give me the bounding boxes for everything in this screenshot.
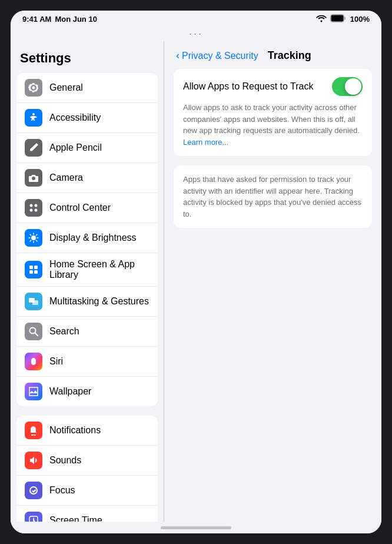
sidebar-item-label: Control Center — [49, 203, 111, 213]
sidebar-item-label: Wallpaper — [49, 386, 91, 397]
allow-tracking-card: Allow Apps to Request to Track Allow app… — [174, 69, 372, 156]
svg-rect-10 — [29, 270, 33, 274]
svg-rect-9 — [34, 266, 38, 269]
svg-point-3 — [30, 204, 33, 207]
svg-rect-8 — [29, 266, 33, 269]
camera-icon — [25, 169, 42, 187]
sidebar-item-general[interactable]: General — [16, 73, 158, 103]
status-left: 9:41 AM Mon Jun 10 — [22, 15, 97, 24]
screen-time-icon — [25, 512, 42, 522]
top-dots: ··· — [11, 26, 381, 41]
svg-rect-1 — [331, 15, 343, 22]
svg-point-2 — [32, 113, 35, 115]
sidebar-item-display-brightness[interactable]: Display & Brightness — [16, 223, 158, 253]
back-label: Privacy & Security — [182, 51, 258, 61]
time-display: 9:41 AM — [22, 15, 51, 24]
sidebar-item-multitasking[interactable]: Multitasking & Gestures — [16, 287, 158, 317]
sidebar-item-label: Apple Pencil — [49, 142, 102, 153]
toggle-knob — [345, 78, 361, 95]
notifications-icon — [25, 422, 42, 439]
toggle-row: Allow Apps to Request to Track — [183, 77, 363, 96]
device-frame: 9:41 AM Mon Jun 10 — [0, 0, 392, 544]
sidebar-item-label: Screen Time — [49, 515, 102, 522]
multitasking-icon — [25, 293, 42, 310]
sidebar-item-label: Camera — [49, 173, 83, 183]
sidebar: Settings General — [11, 41, 164, 522]
wallpaper-icon — [25, 383, 42, 400]
svg-line-15 — [35, 333, 38, 336]
control-center-icon — [25, 199, 42, 217]
sidebar-item-label: Search — [49, 326, 79, 337]
battery-percent: 100% — [350, 15, 370, 24]
svg-rect-11 — [34, 270, 38, 274]
sidebar-item-wallpaper[interactable]: Wallpaper — [16, 377, 158, 406]
sidebar-item-search[interactable]: Search — [16, 317, 158, 347]
tracking-description: Allow apps to ask to track your activity… — [183, 102, 363, 148]
sidebar-item-label: General — [49, 82, 83, 93]
sidebar-item-siri[interactable]: Siri — [16, 347, 158, 377]
panel-header: ‹ Privacy & Security Tracking — [164, 41, 381, 69]
svg-rect-13 — [32, 300, 38, 305]
sidebar-item-sounds[interactable]: Sounds — [16, 446, 158, 476]
home-bar — [161, 526, 231, 529]
svg-point-7 — [31, 235, 36, 240]
sidebar-group-2: Notifications Sounds — [16, 416, 158, 522]
svg-point-6 — [35, 209, 38, 212]
sidebar-item-camera[interactable]: Camera — [16, 163, 158, 193]
status-bar: 9:41 AM Mon Jun 10 — [11, 11, 381, 26]
sidebar-item-notifications[interactable]: Notifications — [16, 416, 158, 446]
focus-icon — [25, 482, 42, 499]
battery-icon — [330, 14, 347, 24]
allow-tracking-toggle[interactable] — [332, 77, 363, 96]
sidebar-item-apple-pencil[interactable]: Apple Pencil — [16, 133, 158, 163]
wifi-icon — [316, 14, 327, 24]
learn-more-link[interactable]: Learn more... — [183, 138, 228, 147]
sidebar-group-1: General Accessibility — [16, 73, 158, 406]
sidebar-item-label: Accessibility — [49, 112, 101, 123]
panel-content: Allow Apps to Request to Track Allow app… — [164, 69, 381, 228]
right-panel: ‹ Privacy & Security Tracking Allow Apps… — [164, 41, 381, 522]
sidebar-item-label: Sounds — [49, 455, 81, 466]
chevron-left-icon: ‹ — [176, 49, 180, 62]
home-indicator — [11, 522, 381, 533]
toggle-label: Allow Apps to Request to Track — [183, 81, 313, 92]
siri-icon — [25, 353, 42, 370]
main-content: Settings General — [11, 41, 381, 522]
sidebar-item-label: Multitasking & Gestures — [49, 296, 149, 307]
sidebar-item-home-screen[interactable]: Home Screen & App Library — [16, 253, 158, 287]
sidebar-item-label: Focus — [49, 485, 75, 496]
display-brightness-icon — [25, 229, 42, 247]
tracking-info-card: Apps that have asked for permission to t… — [174, 165, 372, 228]
screen: 9:41 AM Mon Jun 10 — [11, 11, 381, 533]
date-display: Mon Jun 10 — [55, 15, 97, 24]
sidebar-item-screen-time[interactable]: Screen Time — [16, 506, 158, 522]
sidebar-item-accessibility[interactable]: Accessibility — [16, 103, 158, 133]
panel-title: Tracking — [268, 49, 311, 62]
svg-point-5 — [30, 209, 33, 212]
search-icon — [25, 323, 42, 340]
sidebar-item-control-center[interactable]: Control Center — [16, 193, 158, 223]
sidebar-title: Settings — [11, 41, 164, 73]
sidebar-item-label: Notifications — [49, 425, 101, 436]
accessibility-icon — [25, 109, 42, 127]
gear-icon — [25, 79, 42, 97]
sidebar-item-label: Siri — [49, 356, 63, 367]
back-button[interactable]: ‹ Privacy & Security — [176, 49, 258, 62]
sidebar-item-label: Display & Brightness — [49, 233, 137, 243]
sounds-icon — [25, 452, 42, 469]
sidebar-item-label: Home Screen & App Library — [49, 259, 150, 280]
tracking-info-description: Apps that have asked for permission to t… — [183, 174, 363, 220]
home-screen-icon — [25, 261, 42, 278]
status-right: 100% — [316, 14, 370, 24]
pencil-icon — [25, 139, 42, 157]
svg-point-4 — [35, 204, 38, 207]
sidebar-item-focus[interactable]: Focus — [16, 476, 158, 506]
